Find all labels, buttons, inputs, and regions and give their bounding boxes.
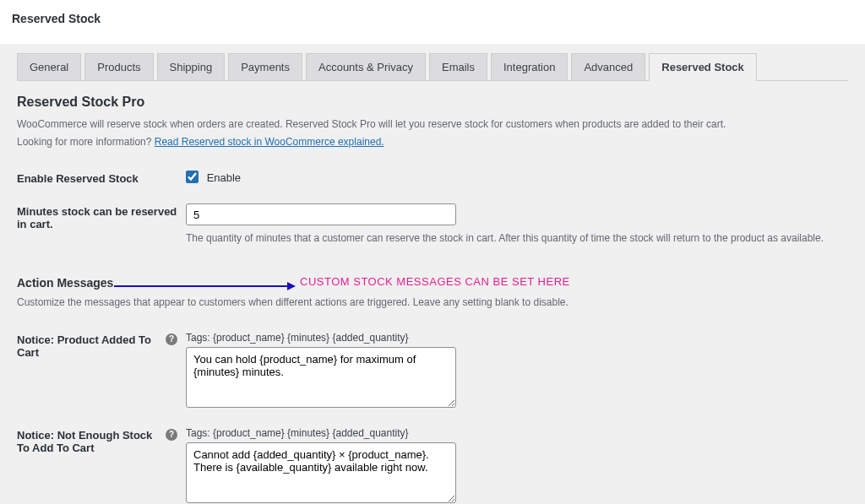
notice-not-enough-textarea[interactable] xyxy=(186,442,456,503)
notice-added-label: Notice: Product Added To Cart xyxy=(17,333,160,359)
svg-marker-1 xyxy=(287,282,296,290)
tab-accounts-privacy[interactable]: Accounts & Privacy xyxy=(306,53,426,81)
settings-tabs: GeneralProductsShippingPaymentsAccounts … xyxy=(17,52,848,81)
annotation-arrow xyxy=(114,282,296,290)
help-icon[interactable]: ? xyxy=(166,429,177,441)
enable-reserved-stock-checkbox[interactable] xyxy=(186,171,199,183)
minutes-reserved-label: Minutes stock can be reserved in cart. xyxy=(17,195,186,254)
notice-not-enough-tags: Tags: {product_name} {minutes} {added_qu… xyxy=(186,427,848,439)
tab-products[interactable]: Products xyxy=(84,53,153,81)
section-heading-reserved-stock-pro: Reserved Stock Pro xyxy=(17,95,848,110)
tab-payments[interactable]: Payments xyxy=(228,53,302,81)
notice-added-textarea[interactable] xyxy=(186,347,456,408)
custom-messages-annotation: CUSTOM STOCK MESSAGES CAN BE SET HERE xyxy=(300,275,570,288)
tab-emails[interactable]: Emails xyxy=(429,53,487,81)
minutes-reserved-help: The quantity of minutes that a customer … xyxy=(186,230,848,246)
enable-reserved-stock-label: Enable Reserved Stock xyxy=(17,162,186,195)
help-icon[interactable]: ? xyxy=(166,333,177,345)
section-desc: WooCommerce will reserve stock when orde… xyxy=(17,117,848,133)
tab-advanced[interactable]: Advanced xyxy=(571,53,645,81)
notice-not-enough-label: Notice: Not Enough Stock To Add To Cart xyxy=(17,429,160,454)
enable-reserved-stock-checkbox-label: Enable xyxy=(207,171,241,184)
minutes-reserved-input[interactable] xyxy=(186,203,456,225)
section-desc-more: Looking for more information? Read Reser… xyxy=(17,134,848,150)
tab-reserved-stock[interactable]: Reserved Stock xyxy=(649,53,757,81)
more-info-link[interactable]: Read Reserved stock in WooCommerce expla… xyxy=(155,136,384,148)
tab-integration[interactable]: Integration xyxy=(491,53,568,81)
page-title: Reserved Stock xyxy=(0,0,865,44)
tab-shipping[interactable]: Shipping xyxy=(157,53,226,81)
more-info-prefix: Looking for more information? xyxy=(17,136,155,148)
action-messages-desc: Customize the messages that appear to cu… xyxy=(17,295,848,311)
action-messages-heading: Action Messages xyxy=(17,276,113,290)
tab-general[interactable]: General xyxy=(17,53,81,81)
notice-added-tags: Tags: {product_name} {minutes} {added_qu… xyxy=(186,332,848,344)
